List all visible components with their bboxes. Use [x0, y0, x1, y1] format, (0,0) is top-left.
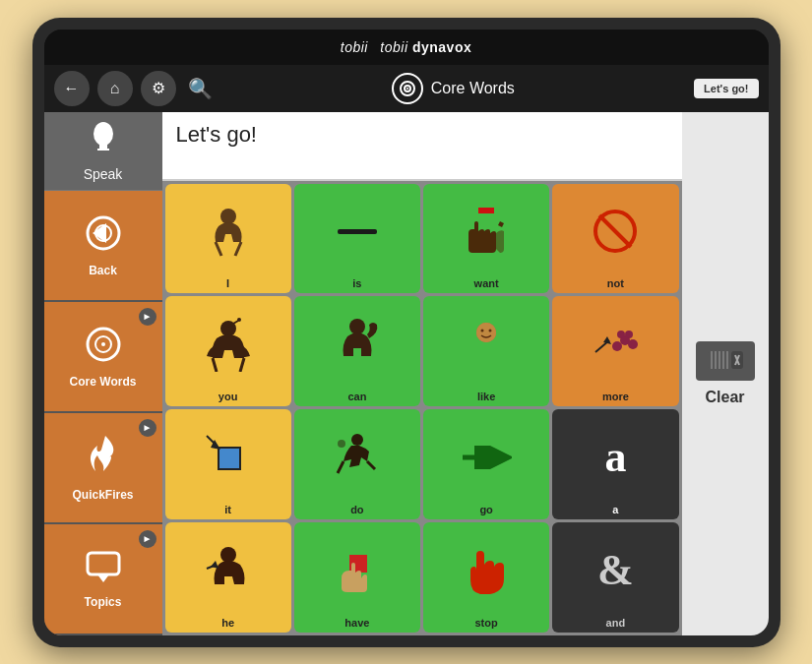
cell-a[interactable]: a a — [552, 409, 678, 519]
cell-do-label: do — [350, 504, 363, 515]
cell-not-label: not — [607, 277, 624, 289]
cell-like-label: like — [477, 391, 495, 402]
sidebar-item-back[interactable]: Back — [44, 191, 162, 302]
cell-he-label: he — [221, 617, 234, 629]
topics-label: Topics — [85, 595, 122, 609]
cell-it-label: it — [224, 504, 231, 515]
symbol-do — [296, 413, 418, 502]
symbol-is — [296, 188, 418, 276]
nav-bar: ← ⌂ ⚙ 🔍 Core Words Let's go! — [44, 65, 769, 112]
symbol-want — [425, 188, 547, 276]
back-nav-button[interactable]: ← — [54, 71, 90, 106]
cell-like[interactable]: like — [423, 296, 549, 406]
cell-can[interactable]: can — [294, 296, 420, 406]
core-words-arrow: ► — [139, 308, 156, 326]
target-icon — [392, 73, 423, 104]
svg-rect-18 — [478, 208, 486, 213]
clear-button[interactable]: Clear — [682, 112, 769, 635]
settings-nav-button[interactable]: ⚙ — [141, 71, 176, 106]
quickfires-label: QuickFires — [72, 488, 133, 502]
symbol-like — [425, 300, 547, 389]
cell-I-label: I — [226, 277, 229, 289]
cell-a-label: a — [612, 504, 618, 515]
sidebar-item-core-words[interactable]: ► Core Words — [44, 302, 162, 413]
svg-point-3 — [94, 122, 113, 146]
svg-line-23 — [213, 358, 217, 372]
cell-more-label: more — [602, 391, 629, 402]
symbol-I — [167, 188, 289, 276]
svg-line-44 — [367, 461, 375, 469]
speak-button[interactable]: Speak — [44, 112, 162, 191]
svg-point-35 — [617, 331, 625, 338]
cell-you-label: you — [219, 391, 238, 402]
nav-title-area: Core Words — [220, 73, 687, 104]
cell-stop[interactable]: stop — [423, 522, 549, 633]
sidebar-item-topics[interactable]: ► Topics — [44, 524, 162, 635]
svg-rect-19 — [486, 208, 494, 213]
symbol-have — [296, 526, 418, 615]
cell-I[interactable]: I — [165, 184, 291, 294]
cell-have[interactable]: have — [294, 522, 420, 633]
core-words-icon — [82, 325, 125, 371]
symbol-more — [554, 300, 676, 389]
svg-line-15 — [216, 242, 221, 256]
cell-want[interactable]: want — [423, 184, 549, 294]
cell-and[interactable]: & and — [552, 522, 678, 633]
svg-line-24 — [240, 358, 244, 372]
svg-point-30 — [481, 330, 484, 332]
cell-is[interactable]: is — [294, 184, 420, 294]
svg-point-11 — [101, 342, 105, 346]
brand-logo: tobii tobii dynavox — [341, 39, 471, 55]
svg-point-34 — [628, 339, 638, 349]
home-nav-button[interactable]: ⌂ — [97, 71, 133, 106]
topics-arrow: ► — [139, 530, 156, 548]
symbol-he — [167, 526, 289, 615]
cell-and-label: and — [606, 617, 626, 629]
svg-point-14 — [220, 209, 236, 224]
svg-rect-4 — [99, 144, 107, 149]
svg-line-16 — [235, 242, 241, 256]
content-area: Let's go! I — [162, 112, 682, 635]
svg-point-36 — [625, 331, 633, 338]
symbol-a: a — [554, 413, 676, 502]
clear-label: Clear — [705, 389, 744, 406]
svg-point-27 — [349, 319, 365, 334]
title-bar: tobii tobii dynavox — [44, 30, 769, 65]
cell-do[interactable]: do — [294, 409, 420, 519]
symbol-you — [167, 300, 289, 389]
main-area: Speak Back ► — [44, 112, 769, 635]
cell-have-label: have — [344, 617, 369, 629]
cell-go-label: go — [479, 504, 492, 515]
sidebar: Speak Back ► — [44, 112, 162, 635]
svg-rect-5 — [97, 149, 109, 151]
back-icon — [82, 213, 125, 260]
svg-line-21 — [599, 215, 631, 247]
symbol-it — [167, 413, 289, 502]
cell-go[interactable]: go — [423, 409, 549, 519]
cell-more[interactable]: more — [552, 296, 678, 406]
svg-rect-12 — [88, 553, 119, 574]
cell-not[interactable]: not — [552, 184, 678, 294]
cell-want-label: want — [474, 277, 499, 289]
sidebar-item-quickfires[interactable]: ► QuickFires — [44, 413, 162, 524]
svg-point-2 — [406, 88, 408, 90]
topics-icon — [84, 549, 123, 591]
cell-it[interactable]: it — [165, 409, 291, 519]
speak-label: Speak — [84, 166, 123, 182]
symbol-grid: I is — [162, 181, 682, 635]
svg-marker-13 — [97, 574, 109, 582]
svg-point-42 — [351, 434, 363, 446]
svg-point-48 — [220, 547, 236, 563]
svg-point-31 — [489, 330, 492, 332]
eraser-icon — [696, 341, 755, 381]
text-display: Let's go! — [162, 112, 682, 181]
quickfires-icon — [84, 434, 123, 484]
clear-panel: Clear — [682, 112, 769, 635]
cell-he[interactable]: he — [165, 522, 291, 633]
cell-you[interactable]: you — [165, 296, 291, 406]
symbol-stop — [425, 526, 547, 615]
svg-rect-39 — [219, 448, 240, 469]
nav-page-title: Core Words — [431, 80, 515, 97]
device-frame: tobii tobii dynavox ← ⌂ ⚙ 🔍 Core Words L… — [32, 18, 781, 647]
search-icon: 🔍 — [188, 77, 213, 100]
